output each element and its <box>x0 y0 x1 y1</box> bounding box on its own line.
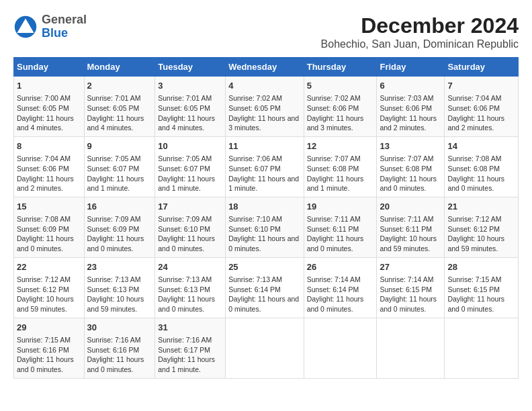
day-number: 11 <box>228 140 301 152</box>
sunrise: Sunrise: 7:08 AM <box>447 154 501 163</box>
daylight: Daylight: 11 hours and 3 minutes. <box>307 114 364 132</box>
calendar-cell: 27Sunrise: 7:14 AMSunset: 6:15 PMDayligh… <box>377 257 445 318</box>
day-number: 20 <box>380 201 441 213</box>
sunrise: Sunrise: 7:13 AM <box>158 275 212 283</box>
day-number: 10 <box>158 140 222 152</box>
calendar-cell <box>445 318 519 378</box>
daylight: Daylight: 11 hours and 1 minute. <box>158 355 215 373</box>
logo-text: General Blue <box>42 13 87 40</box>
sunset: Sunset: 6:05 PM <box>17 104 69 112</box>
daylight: Daylight: 11 hours and 0 minutes. <box>158 295 215 313</box>
sunrise: Sunrise: 7:16 AM <box>87 336 141 344</box>
day-number: 5 <box>307 80 374 92</box>
sunrise: Sunrise: 7:11 AM <box>307 215 361 223</box>
sunset: Sunset: 6:06 PM <box>447 104 500 112</box>
column-header-tuesday: Tuesday <box>155 58 226 77</box>
page-header: General Blue December 2024 Bohechio, San… <box>13 13 519 50</box>
sunrise: Sunrise: 7:10 AM <box>228 215 282 223</box>
daylight: Daylight: 11 hours and 0 minutes. <box>307 295 364 313</box>
daylight: Daylight: 10 hours and 59 minutes. <box>17 295 74 313</box>
day-number: 28 <box>447 261 515 273</box>
calendar-cell: 7Sunrise: 7:04 AMSunset: 6:06 PMDaylight… <box>445 77 519 137</box>
daylight: Daylight: 11 hours and 0 minutes. <box>380 175 437 193</box>
calendar-cell: 13Sunrise: 7:07 AMSunset: 6:08 PMDayligh… <box>377 136 445 197</box>
calendar-cell: 25Sunrise: 7:13 AMSunset: 6:14 PMDayligh… <box>226 257 304 318</box>
sunrise: Sunrise: 7:14 AM <box>380 275 433 283</box>
sunrise: Sunrise: 7:01 AM <box>158 94 212 102</box>
sunset: Sunset: 6:07 PM <box>158 165 210 173</box>
daylight: Daylight: 11 hours and 2 minutes. <box>380 114 437 132</box>
column-header-wednesday: Wednesday <box>226 58 304 77</box>
calendar-cell: 22Sunrise: 7:12 AMSunset: 6:12 PMDayligh… <box>14 257 85 318</box>
day-number: 29 <box>17 322 81 334</box>
calendar-cell: 31Sunrise: 7:16 AMSunset: 6:17 PMDayligh… <box>155 318 226 378</box>
logo-icon <box>13 15 38 39</box>
sunset: Sunset: 6:10 PM <box>228 225 281 233</box>
title-block: December 2024 Bohechio, San Juan, Domini… <box>321 13 519 50</box>
calendar-cell <box>226 318 304 378</box>
sunrise: Sunrise: 7:02 AM <box>307 94 361 102</box>
sunrise: Sunrise: 7:07 AM <box>380 154 433 163</box>
sunrise: Sunrise: 7:01 AM <box>87 94 141 102</box>
calendar-cell: 18Sunrise: 7:10 AMSunset: 6:10 PMDayligh… <box>226 197 304 257</box>
column-header-thursday: Thursday <box>304 58 377 77</box>
calendar-cell: 10Sunrise: 7:05 AMSunset: 6:07 PMDayligh… <box>155 136 226 197</box>
calendar-cell: 6Sunrise: 7:03 AMSunset: 6:06 PMDaylight… <box>377 77 445 137</box>
sunset: Sunset: 6:16 PM <box>87 346 140 354</box>
calendar-cell: 28Sunrise: 7:15 AMSunset: 6:15 PMDayligh… <box>445 257 519 318</box>
daylight: Daylight: 11 hours and 0 minutes. <box>307 234 364 253</box>
daylight: Daylight: 10 hours and 59 minutes. <box>380 234 437 253</box>
sunrise: Sunrise: 7:04 AM <box>447 94 501 102</box>
daylight: Daylight: 11 hours and 1 minute. <box>158 175 215 193</box>
sunrise: Sunrise: 7:15 AM <box>447 275 501 283</box>
sunrise: Sunrise: 7:05 AM <box>87 154 141 163</box>
calendar-cell <box>304 318 377 378</box>
day-number: 17 <box>158 201 222 213</box>
sunrise: Sunrise: 7:09 AM <box>158 215 212 223</box>
sunrise: Sunrise: 7:11 AM <box>380 215 433 223</box>
sunset: Sunset: 6:09 PM <box>87 225 140 233</box>
day-number: 8 <box>17 140 81 152</box>
sunset: Sunset: 6:05 PM <box>228 104 281 112</box>
calendar-week-row: 8Sunrise: 7:04 AMSunset: 6:06 PMDaylight… <box>14 136 519 197</box>
calendar-cell: 3Sunrise: 7:01 AMSunset: 6:05 PMDaylight… <box>155 77 226 137</box>
calendar-header-row: SundayMondayTuesdayWednesdayThursdayFrid… <box>14 58 519 77</box>
daylight: Daylight: 10 hours and 59 minutes. <box>87 295 144 313</box>
sunset: Sunset: 6:06 PM <box>380 104 432 112</box>
column-header-monday: Monday <box>84 58 155 77</box>
sunset: Sunset: 6:07 PM <box>87 165 140 173</box>
daylight: Daylight: 11 hours and 1 minute. <box>87 175 144 193</box>
sunrise: Sunrise: 7:06 AM <box>228 154 282 163</box>
daylight: Daylight: 11 hours and 0 minutes. <box>447 295 504 313</box>
column-header-friday: Friday <box>377 58 445 77</box>
column-header-saturday: Saturday <box>445 58 519 77</box>
day-number: 13 <box>380 140 441 152</box>
daylight: Daylight: 11 hours and 4 minutes. <box>158 114 215 132</box>
sunset: Sunset: 6:08 PM <box>447 165 500 173</box>
sunrise: Sunrise: 7:16 AM <box>158 336 212 344</box>
day-number: 18 <box>228 201 301 213</box>
calendar-cell: 21Sunrise: 7:12 AMSunset: 6:12 PMDayligh… <box>445 197 519 257</box>
calendar-cell: 16Sunrise: 7:09 AMSunset: 6:09 PMDayligh… <box>84 197 155 257</box>
calendar-cell: 20Sunrise: 7:11 AMSunset: 6:11 PMDayligh… <box>377 197 445 257</box>
daylight: Daylight: 11 hours and 1 minute. <box>228 175 299 193</box>
sunset: Sunset: 6:11 PM <box>380 225 432 233</box>
sunset: Sunset: 6:14 PM <box>228 285 281 293</box>
sunrise: Sunrise: 7:13 AM <box>228 275 282 283</box>
day-number: 25 <box>228 261 301 273</box>
calendar-cell: 14Sunrise: 7:08 AMSunset: 6:08 PMDayligh… <box>445 136 519 197</box>
daylight: Daylight: 11 hours and 0 minutes. <box>228 234 299 253</box>
day-number: 30 <box>87 322 152 334</box>
day-number: 9 <box>87 140 152 152</box>
day-number: 1 <box>17 80 81 92</box>
daylight: Daylight: 11 hours and 3 minutes. <box>228 114 299 132</box>
sunrise: Sunrise: 7:04 AM <box>17 154 71 163</box>
daylight: Daylight: 11 hours and 0 minutes. <box>87 234 144 253</box>
daylight: Daylight: 11 hours and 0 minutes. <box>380 295 437 313</box>
sunset: Sunset: 6:06 PM <box>17 165 69 173</box>
column-header-sunday: Sunday <box>14 58 85 77</box>
daylight: Daylight: 11 hours and 0 minutes. <box>447 175 504 193</box>
daylight: Daylight: 11 hours and 1 minute. <box>307 175 364 193</box>
sunrise: Sunrise: 7:14 AM <box>307 275 361 283</box>
calendar-week-row: 15Sunrise: 7:08 AMSunset: 6:09 PMDayligh… <box>14 197 519 257</box>
